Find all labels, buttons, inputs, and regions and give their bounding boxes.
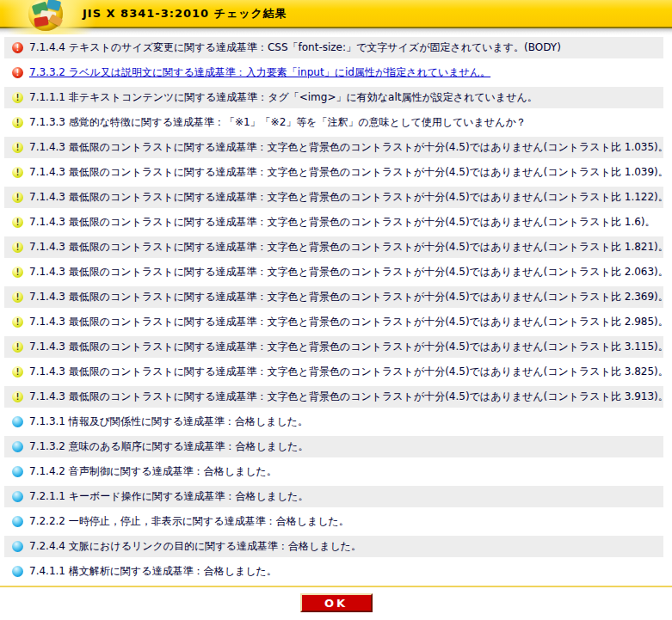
pass-ball-icon [12, 491, 23, 502]
result-text: 7.1.1.1 非テキストコンテンツに関する達成基準：タグ「<img>」に有効な… [29, 90, 538, 105]
result-text: 7.4.1.1 構文解析に関する達成基準：合格しました。 [29, 564, 277, 579]
result-row: 7.1.4.3 最低限のコントラストに関する達成基準：文字色と背景色のコントラス… [4, 386, 663, 408]
result-text: 7.1.3.1 情報及び関係性に関する達成基準：合格しました。 [29, 414, 308, 429]
result-text: 7.1.4.3 最低限のコントラストに関する達成基準：文字色と背景色のコントラス… [29, 265, 663, 279]
result-text: 7.2.4.4 文脈におけるリンクの目的に関する達成基準：合格しました。 [29, 539, 361, 554]
result-text: 7.1.3.3 感覚的な特徴に関する達成基準：「※1」「※2」等を「注釈」の意味… [29, 115, 527, 130]
warning-ball-icon [12, 142, 23, 153]
result-row: 7.4.1.1 構文解析に関する達成基準：合格しました。 [4, 561, 663, 582]
result-row: 7.1.4.3 最低限のコントラストに関する達成基準：文字色と背景色のコントラス… [4, 336, 663, 358]
result-text-link[interactable]: 7.3.3.2 ラベル又は説明文に関する達成基準：入力要素「input」にid属… [29, 65, 490, 80]
result-row: 7.1.4.3 最低限のコントラストに関する達成基準：文字色と背景色のコントラス… [4, 187, 663, 208]
result-row: 7.1.4.3 最低限のコントラストに関する達成基準：文字色と背景色のコントラス… [4, 361, 663, 383]
check-results-list: 7.1.4.4 テキストのサイズ変更に関する達成基準：CSS「font-size… [0, 37, 672, 582]
result-row: 7.1.4.2 音声制御に関する達成基準：合格しました。 [4, 461, 663, 482]
warning-ball-icon [12, 242, 23, 253]
result-text: 7.1.4.3 最低限のコントラストに関する達成基準：文字色と背景色のコントラス… [29, 215, 656, 230]
result-row: 7.1.4.3 最低限のコントラストに関する達成基準：文字色と背景色のコントラス… [4, 162, 663, 183]
pass-ball-icon [12, 541, 23, 552]
warning-ball-icon [12, 117, 23, 128]
warning-ball-icon [12, 267, 23, 278]
result-text: 7.1.4.3 最低限のコントラストに関する達成基準：文字色と背景色のコントラス… [29, 340, 663, 354]
warning-ball-icon [12, 192, 23, 203]
ok-button[interactable]: OK [300, 593, 373, 612]
result-text: 7.1.4.3 最低限のコントラストに関する達成基準：文字色と背景色のコントラス… [29, 140, 663, 155]
result-row: 7.1.3.1 情報及び関係性に関する達成基準：合格しました。 [4, 411, 663, 433]
result-row: 7.1.4.3 最低限のコントラストに関する達成基準：文字色と背景色のコントラス… [4, 212, 663, 233]
warning-ball-icon [12, 341, 23, 353]
result-row: 7.2.2.2 一時停止，停止，非表示に関する達成基準：合格しました。 [4, 511, 663, 532]
result-row: 7.1.3.3 感覚的な特徴に関する達成基準：「※1」「※2」等を「注釈」の意味… [4, 112, 663, 133]
result-text: 7.1.4.3 最低限のコントラストに関する達成基準：文字色と背景色のコントラス… [29, 165, 663, 180]
pass-ball-icon [12, 416, 23, 427]
result-text: 7.1.4.3 最低限のコントラストに関する達成基準：文字色と背景色のコントラス… [29, 240, 663, 255]
warning-ball-icon [12, 92, 23, 103]
pass-ball-icon [12, 516, 23, 527]
warning-ball-icon [12, 167, 23, 178]
result-text: 7.1.4.3 最低限のコントラストに関する達成基準：文字色と背景色のコントラス… [29, 190, 663, 205]
jis-check-result-window: JIS X 8341-3:2010 チェック結果 7.1.4.4 テキストのサイ… [0, 0, 672, 620]
pass-ball-icon [12, 441, 23, 452]
result-text: 7.1.4.3 最低限のコントラストに関する達成基準：文字色と背景色のコントラス… [29, 315, 663, 329]
result-row: 7.1.4.3 最低限のコントラストに関する達成基準：文字色と背景色のコントラス… [4, 137, 663, 158]
header-bar: JIS X 8341-3:2010 チェック結果 [0, 0, 672, 28]
page-title: JIS X 8341-3:2010 チェック結果 [83, 0, 287, 27]
result-row: 7.1.3.2 意味のある順序に関する達成基準：合格しました。 [4, 436, 663, 457]
result-text: 7.1.4.4 テキストのサイズ変更に関する達成基準：CSS「font-size… [29, 40, 561, 55]
result-row: 7.1.4.3 最低限のコントラストに関する達成基準：文字色と背景色のコントラス… [4, 311, 663, 333]
result-row: 7.1.4.3 最低限のコントラストに関する達成基準：文字色と背景色のコントラス… [4, 236, 663, 258]
result-text: 7.2.2.2 一時停止，停止，非表示に関する達成基準：合格しました。 [29, 514, 349, 529]
result-row: 7.2.1.1 キーボード操作に関する達成基準：合格しました。 [4, 486, 663, 507]
pass-ball-icon [12, 466, 23, 477]
result-text: 7.1.4.3 最低限のコントラストに関する達成基準：文字色と背景色のコントラス… [29, 390, 663, 404]
result-text: 7.2.1.1 キーボード操作に関する達成基準：合格しました。 [29, 489, 309, 504]
warning-ball-icon [12, 366, 23, 378]
result-row: 7.1.1.1 非テキストコンテンツに関する達成基準：タグ「<img>」に有効な… [4, 87, 663, 108]
pass-ball-icon [12, 566, 23, 577]
result-row: 7.1.4.3 最低限のコントラストに関する達成基準：文字色と背景色のコントラス… [4, 261, 663, 283]
footer: OK [0, 587, 672, 612]
warning-ball-icon [12, 292, 23, 303]
result-row: 7.2.4.4 文脈におけるリンクの目的に関する達成基準：合格しました。 [4, 536, 663, 557]
result-text: 7.1.3.2 意味のある順序に関する達成基準：合格しました。 [29, 439, 309, 454]
error-ball-icon [12, 67, 23, 78]
result-text: 7.1.4.3 最低限のコントラストに関する達成基準：文字色と背景色のコントラス… [29, 365, 663, 379]
error-ball-icon [12, 42, 23, 53]
result-text: 7.1.4.3 最低限のコントラストに関する達成基準：文字色と背景色のコントラス… [29, 290, 663, 304]
result-row: 7.1.4.3 最低限のコントラストに関する達成基準：文字色と背景色のコントラス… [4, 286, 663, 308]
warning-ball-icon [12, 316, 23, 328]
header-shadow [0, 28, 672, 35]
warning-ball-icon [12, 391, 23, 402]
result-row: 7.3.3.2 ラベル又は説明文に関する達成基準：入力要素「input」にid属… [4, 62, 663, 83]
checker-app-logo-icon [0, 0, 83, 27]
result-text: 7.1.4.2 音声制御に関する達成基準：合格しました。 [29, 464, 277, 479]
warning-ball-icon [12, 217, 23, 228]
result-row: 7.1.4.4 テキストのサイズ変更に関する達成基準：CSS「font-size… [4, 37, 663, 58]
